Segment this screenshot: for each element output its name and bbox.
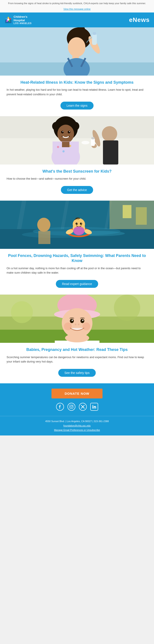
- instagram-icon[interactable]: [68, 403, 75, 411]
- footer-manage-link[interactable]: Manage Email Preferences or Unsubscribe: [54, 429, 100, 431]
- logo-line3: LOS ANGELES: [14, 22, 32, 25]
- article-desc-pool-safety: On a hot summer day, nothing is more fun…: [6, 266, 148, 275]
- article-body-babies-heat: Babies, Pregnancy and Hot Weather: Read …: [0, 343, 154, 377]
- footer-address-line1: 4550 Sunset Blvd. | Los Angeles, CA 9002…: [4, 419, 150, 424]
- article-desc-heat-illness: In hot weather, playing too hard and for…: [6, 88, 148, 97]
- view-online-link[interactable]: View this message online: [64, 8, 91, 10]
- svg-point-39: [82, 141, 90, 144]
- view-online-bar: View this message online: [0, 6, 154, 12]
- pool-safety-scene-svg: [0, 201, 154, 249]
- svg-point-5: [8, 18, 10, 20]
- article-body-pool-safety: Pool Fences, Drowning Hazards, Safely Sw…: [0, 249, 154, 288]
- svg-point-81: [75, 324, 76, 325]
- svg-point-49: [37, 218, 50, 232]
- article-card-heat-illness: Heat-Related Illness in Kids: Know the S…: [0, 28, 154, 116]
- svg-point-57: [77, 223, 78, 224]
- svg-point-31: [69, 131, 70, 132]
- svg-rect-37: [91, 138, 95, 146]
- svg-rect-63: [123, 205, 132, 218]
- svg-rect-50: [38, 231, 50, 244]
- chla-logo-icon: [4, 16, 12, 24]
- svg-point-79: [72, 320, 73, 321]
- sunscreen-scene-svg: [0, 116, 154, 164]
- logo-area: Children's Hospital LOS ANGELES: [4, 15, 32, 24]
- svg-point-88: [72, 406, 72, 406]
- footer-bottom: 4550 Sunset Blvd. | Los Angeles, CA 9002…: [0, 416, 154, 435]
- preheader-content: From knowing the signs of heat stroke to…: [8, 2, 146, 4]
- facebook-icon[interactable]: [56, 403, 64, 411]
- svg-point-61: [73, 226, 84, 235]
- svg-rect-14: [92, 34, 97, 45]
- cta-button-pool-safety[interactable]: Read expert guidance: [56, 280, 98, 288]
- linkedin-icon[interactable]: [90, 403, 98, 411]
- svg-rect-38: [91, 137, 94, 139]
- donate-button[interactable]: DONATE NOW: [52, 388, 102, 398]
- svg-point-27: [58, 125, 74, 143]
- article-card-sunscreen: What's the Best Sunscreen for Kids? How …: [0, 116, 154, 201]
- svg-point-28: [61, 131, 64, 134]
- article-desc-babies-heat: Scorching summer temperatures can be dan…: [6, 355, 148, 364]
- svg-point-58: [81, 223, 82, 224]
- article-card-pool-safety: Pool Fences, Drowning Hazards, Safely Sw…: [0, 201, 154, 294]
- svg-rect-86: [70, 405, 73, 408]
- svg-point-18: [102, 126, 117, 142]
- cta-button-sunscreen[interactable]: Get the advice: [61, 186, 93, 194]
- footer-address: 4550 Sunset Blvd. | Los Angeles, CA 9002…: [4, 419, 150, 432]
- enews-label: eNews: [129, 16, 150, 24]
- svg-point-10: [68, 37, 86, 57]
- svg-point-56: [80, 222, 82, 225]
- logo-text: Children's Hospital LOS ANGELES: [14, 15, 32, 24]
- svg-rect-15: [93, 32, 96, 35]
- svg-rect-89: [92, 406, 93, 408]
- article-title-babies-heat: Babies, Pregnancy and Hot Weather: Read …: [6, 347, 148, 352]
- svg-point-34: [57, 146, 59, 148]
- svg-point-80: [82, 320, 84, 321]
- svg-point-76: [82, 322, 90, 330]
- svg-point-85: [65, 334, 89, 342]
- article-title-pool-safety: Pool Fences, Drowning Hazards, Safely Sw…: [6, 253, 148, 264]
- babies-heat-scene-svg: [0, 294, 154, 343]
- article-image-sunscreen: [0, 116, 154, 164]
- heat-illness-scene-svg: [0, 28, 154, 76]
- article-image-babies-heat: [0, 294, 154, 343]
- twitter-x-icon[interactable]: [79, 403, 87, 411]
- article-desc-sunscreen: How to choose the best—and safest—sunscr…: [6, 176, 148, 181]
- svg-rect-19: [103, 140, 118, 164]
- svg-point-69: [114, 294, 140, 321]
- email-body: Heat-Related Illness in Kids: Know the S…: [0, 28, 154, 384]
- footer-section: DONATE NOW: [0, 383, 154, 416]
- svg-rect-40: [62, 142, 70, 147]
- svg-point-90: [92, 405, 93, 406]
- svg-point-82: [78, 324, 80, 325]
- svg-point-30: [62, 131, 63, 132]
- logo-line1: Children's: [14, 15, 32, 18]
- cta-button-heat-illness[interactable]: Learn the signs: [60, 102, 94, 110]
- email-header: Children's Hospital LOS ANGELES eNews: [0, 12, 154, 27]
- article-body-sunscreen: What's the Best Sunscreen for Kids? How …: [0, 164, 154, 194]
- article-title-sunscreen: What's the Best Sunscreen for Kids?: [6, 169, 148, 174]
- cta-button-babies-heat[interactable]: See the safety tips: [58, 369, 96, 377]
- social-icons-row: [4, 403, 150, 411]
- article-title-heat-illness: Heat-Related Illness in Kids: Know the S…: [6, 80, 148, 85]
- preheader-text: From knowing the signs of heat stroke to…: [0, 0, 154, 6]
- article-body-heat-illness: Heat-Related Illness in Kids: Know the S…: [0, 76, 154, 110]
- svg-point-29: [68, 131, 70, 134]
- svg-point-35: [62, 150, 64, 152]
- svg-rect-64: [136, 207, 147, 225]
- article-image-heat-illness: [0, 28, 154, 76]
- svg-point-78: [80, 319, 84, 323]
- article-card-babies-heat: Babies, Pregnancy and Hot Weather: Read …: [0, 294, 154, 383]
- footer-email-link[interactable]: foundation@chla.usc.edu: [63, 424, 90, 427]
- svg-point-75: [64, 322, 72, 330]
- svg-rect-62: [110, 201, 154, 229]
- article-image-pool-safety: [0, 201, 154, 249]
- svg-point-68: [11, 301, 33, 323]
- logo-line2: Hospital: [14, 18, 32, 22]
- svg-point-77: [70, 319, 74, 323]
- svg-point-87: [70, 406, 72, 408]
- svg-point-55: [76, 222, 78, 225]
